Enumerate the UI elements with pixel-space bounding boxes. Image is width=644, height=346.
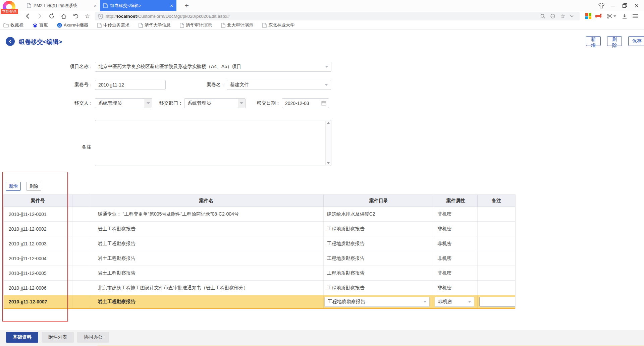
chevron-box [238, 99, 245, 108]
table-row[interactable]: 2010-jj11-12-0001暖通专业： “工程变更单”第005号及附件“工… [4, 207, 515, 222]
url-input[interactable]: http://localhost/CustomForm/DocMgr/pk020… [95, 12, 580, 20]
footer-tab-basic-info[interactable]: 基础资料 [6, 332, 38, 343]
new-tab-button[interactable]: + [181, 0, 193, 11]
back-button[interactable] [23, 12, 32, 20]
zoom-icon[interactable] [538, 12, 547, 20]
minimize-button[interactable] [607, 0, 619, 11]
cell-attr: 非机密 [434, 295, 478, 308]
footer-bar: 基础资料附件列表协同办公 [0, 330, 644, 346]
home-button[interactable] [59, 12, 68, 20]
tab-close-icon[interactable]: × [170, 3, 173, 8]
bookmark-label: 清华大学信息 [145, 22, 171, 28]
cell-catalog: 工程地质勘察报告 [324, 222, 434, 236]
cell-case-no: 2010-jj11-12-0001 [4, 207, 72, 221]
cell-remark [478, 236, 515, 251]
footer-tab-attachment-list[interactable]: 附件列表 [42, 332, 74, 343]
cell-case-no: 2010-jj11-12-0005 [4, 266, 72, 280]
case-grid: 案件号案件名案件目录案件属性备注 2010-jj11-12-0001暖通专业： … [3, 194, 516, 309]
table-row[interactable]: 2010-jj11-12-0007岩土工程勘察报告工程地质勘察报告非机密 [4, 295, 515, 309]
file-no-input[interactable] [95, 80, 166, 90]
page-back-button[interactable] [6, 37, 15, 46]
forward-button[interactable] [35, 12, 45, 20]
grid-header-cell: 案件号 [4, 195, 72, 207]
browser-tab[interactable]: PM2工程项目管理系统× [23, 0, 100, 11]
refresh-button[interactable] [47, 12, 56, 20]
handover-person-select[interactable]: 系统管理员 [95, 98, 152, 108]
page-icon [103, 3, 108, 8]
bookmark-item[interactable]: 清华审计演示 [180, 22, 212, 28]
calendar-icon[interactable] [321, 101, 326, 106]
row-remark-input[interactable] [479, 297, 515, 307]
bookmark-item[interactable]: 北大审计演示 [221, 22, 253, 28]
compatibility-ie-icon[interactable] [548, 12, 557, 20]
apps-grid-icon[interactable] [584, 12, 593, 20]
bookmark-item[interactable]: 百度 [33, 22, 48, 28]
cell-case-name: 岩土工程勘察报告 [89, 295, 324, 308]
cell-catalog: 工程地质勘察报告 [324, 236, 434, 251]
undo-history-button[interactable] [71, 12, 80, 20]
tab-close-icon[interactable]: × [94, 3, 97, 8]
bookmark-label: 百度 [39, 22, 48, 28]
bookmark-item[interactable]: 东北林业大学 [262, 22, 294, 28]
chevron-down-icon[interactable] [567, 12, 576, 20]
table-row[interactable]: 2010-jj11-12-0006北京市建筑工程施工图设计文件审查审批准通知书（… [4, 281, 515, 295]
cell-attr: 非机密 [434, 251, 478, 266]
table-row[interactable]: 2010-jj11-12-0004岩土工程勘察报告工程地质勘察报告非机密 [4, 251, 515, 266]
grid-add-button[interactable]: 新增 [6, 182, 21, 191]
downloads-icon[interactable] [620, 12, 629, 20]
bookmark-item[interactable]: 收藏栏 [3, 22, 23, 28]
file-name-label: 案卷名： [207, 82, 225, 88]
header-save-button[interactable]: 保存 [628, 36, 644, 46]
bookmark-label: 收藏栏 [10, 22, 23, 28]
scissors-dropdown-icon[interactable] [612, 12, 617, 20]
tab-label: 组卷移交<编辑> [110, 3, 141, 9]
axure-icon: @ [57, 23, 62, 28]
grid-header-cell: 案件属性 [434, 195, 478, 207]
page-icon [97, 23, 102, 28]
cell-case-no: 2010-jj11-12-0007 [4, 295, 72, 308]
file-name-select[interactable]: 基建文件 [227, 80, 331, 90]
browser-tab[interactable]: 组卷移交<编辑>× [100, 0, 176, 11]
table-row[interactable]: 2010-jj11-12-0002岩土工程勘察报告工程地质勘察报告非机密 [4, 222, 515, 236]
cell-case-name: 暖通专业： “工程变更单”第005号及附件“工程洽商记录”08-C2-004号 [89, 207, 324, 221]
cell-remark [478, 266, 515, 280]
handover-dept-select[interactable]: 系统管理员 [184, 98, 246, 108]
footer-tab-collaboration[interactable]: 协同办公 [77, 332, 109, 343]
bookmark-star-icon[interactable]: ☆ [558, 12, 568, 20]
attr-select[interactable]: 非机密 [435, 297, 474, 307]
header-add-button[interactable]: 新增 [586, 36, 601, 46]
table-row[interactable]: 2010-jj11-12-0003岩土工程勘察报告工程地质勘察报告非机密 [4, 236, 515, 251]
menu-hamburger-icon[interactable] [631, 12, 640, 20]
browser-tab-bar: 立即登录 PM2工程项目管理系统×组卷移交<编辑>× + [0, 0, 644, 11]
login-badge[interactable]: 立即登录 [1, 9, 18, 14]
handover-date-label: 移交日期： [257, 100, 280, 106]
cell-attr: 非机密 [434, 222, 478, 236]
project-name-select[interactable]: 北京中医药大学良乡校区基础医学院及形态学实验楼（A4、A5）项目 [95, 62, 331, 72]
catalog-select[interactable]: 工程地质勘察报告 [324, 297, 430, 307]
bookmark-item[interactable]: 中传业务需求 [97, 22, 129, 28]
grid-header-cell [72, 195, 89, 207]
site-shield-icon[interactable] [98, 14, 103, 19]
grid-delete-button[interactable]: 删除 [26, 182, 41, 191]
remark-textarea[interactable] [95, 120, 331, 166]
bookmark-item[interactable]: 清华大学信息 [139, 22, 171, 28]
favorite-star-button[interactable]: ☆ [83, 12, 92, 20]
cell-attr: 非机密 [434, 281, 478, 295]
cell-spacer [72, 251, 89, 266]
handover-person-label: 移交人： [74, 100, 93, 106]
baidu-icon [33, 23, 38, 28]
window-controls [595, 0, 642, 11]
close-button[interactable] [631, 0, 642, 11]
cell-remark [478, 222, 515, 236]
header-delete-button[interactable]: 删除 [607, 36, 622, 46]
cell-case-no: 2010-jj11-12-0003 [4, 236, 72, 251]
theme-shirt-icon[interactable] [595, 0, 607, 11]
table-row[interactable]: 2010-jj11-12-0005岩土工程勘察报告工程地质勘察报告非机密 [4, 266, 515, 281]
cell-remark [478, 251, 515, 266]
attr-select-value: 非机密 [438, 299, 452, 305]
page-icon [27, 3, 31, 8]
game-center-icon[interactable] [594, 12, 603, 20]
maximize-button[interactable] [619, 0, 631, 11]
bookmark-item[interactable]: @Axure中继器 [57, 22, 88, 28]
chevron-down-icon [147, 102, 150, 104]
